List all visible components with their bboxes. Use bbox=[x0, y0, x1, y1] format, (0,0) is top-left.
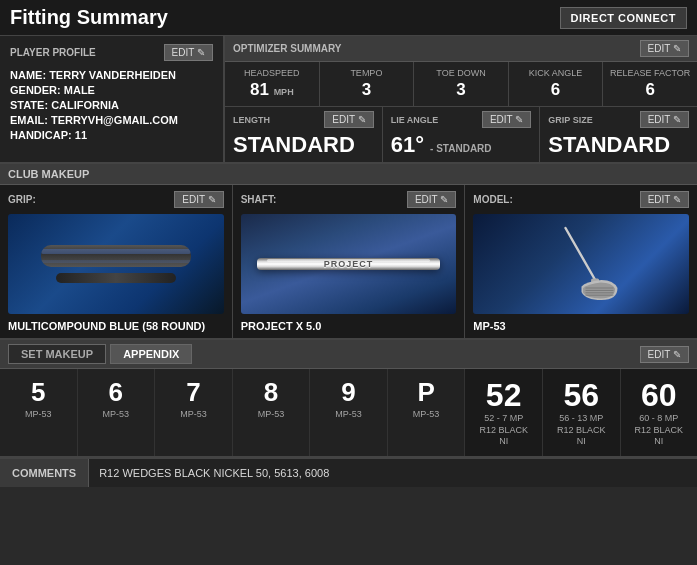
lie-angle-value: 61° - STANDARD bbox=[391, 132, 532, 158]
opt-grip-size-header: GRIP SIZE EDIT ✎ bbox=[548, 111, 689, 128]
iron-number: P bbox=[392, 379, 461, 405]
optimizer-row2: LENGTH EDIT ✎ STANDARD LIE ANGLE EDIT ✎ … bbox=[225, 107, 697, 162]
iron-model: MP-53 bbox=[4, 409, 73, 419]
page-title: Fitting Summary bbox=[10, 6, 168, 29]
iron-number: 52 bbox=[469, 379, 538, 411]
optimizer-header: OPTIMIZER SUMMARY EDIT ✎ bbox=[225, 36, 697, 62]
set-makeup-section: SET MAKEUP APPENDIX EDIT ✎ 5MP-536MP-537… bbox=[0, 340, 697, 458]
player-profile-header: PLAYER PROFILE EDIT ✎ bbox=[10, 44, 213, 61]
iron-model: MP-53 bbox=[159, 409, 228, 419]
grip-size-value: STANDARD bbox=[548, 132, 689, 158]
stat-toe-down: TOE DOWN 3 bbox=[414, 62, 509, 106]
optimizer-stats-row: HEADSPEED 81 MPH TEMPO 3 TOE DOWN 3 KICK… bbox=[225, 62, 697, 107]
optimizer-edit-button[interactable]: EDIT ✎ bbox=[640, 40, 689, 57]
top-row: PLAYER PROFILE EDIT ✎ NAME: TERRY VANDER… bbox=[0, 36, 697, 164]
stat-headspeed: HEADSPEED 81 MPH bbox=[225, 62, 320, 106]
optimizer-label: OPTIMIZER SUMMARY bbox=[233, 43, 342, 54]
iron-number: 5 bbox=[4, 379, 73, 405]
set-tabs: SET MAKEUP APPENDIX bbox=[8, 344, 192, 364]
set-makeup-header: SET MAKEUP APPENDIX EDIT ✎ bbox=[0, 340, 697, 369]
iron-model: MP-53 bbox=[82, 409, 151, 419]
iron-model: MP-53 bbox=[392, 409, 461, 419]
iron-model: 60 - 8 MPR12 BLACKNI bbox=[625, 413, 694, 448]
shaft-cell-header: SHAFT: EDIT ✎ bbox=[241, 191, 457, 208]
comments-label: COMMENTS bbox=[0, 459, 89, 487]
iron-number: 56 bbox=[547, 379, 616, 411]
model-name: MP-53 bbox=[473, 320, 689, 332]
grip-cell: GRIP: EDIT ✎ MULTICOMPOUND BLUE (58 ROUN… bbox=[0, 185, 233, 338]
iron-svg bbox=[506, 224, 657, 304]
stat-release-factor: RELEASE FACTOR 6 bbox=[603, 62, 697, 106]
shaft-edit-button[interactable]: EDIT ✎ bbox=[407, 191, 456, 208]
svg-line-0 bbox=[565, 228, 597, 284]
stat-kick-angle: KICK ANGLE 6 bbox=[509, 62, 604, 106]
direct-connect-button[interactable]: DIRECT CONNECT bbox=[560, 7, 687, 29]
grip-cell-header: GRIP: EDIT ✎ bbox=[8, 191, 224, 208]
shaft-name: PROJECT X 5.0 bbox=[241, 320, 457, 332]
player-edit-button[interactable]: EDIT ✎ bbox=[164, 44, 213, 61]
grip-size-edit-button[interactable]: EDIT ✎ bbox=[640, 111, 689, 128]
model-cell-header: MODEL: EDIT ✎ bbox=[473, 191, 689, 208]
player-profile-label: PLAYER PROFILE bbox=[10, 47, 96, 58]
length-value: STANDARD bbox=[233, 132, 374, 158]
club-makeup-bar: CLUB MAKEUP bbox=[0, 164, 697, 185]
iron-cell: 6MP-53 bbox=[78, 369, 156, 456]
opt-lie-angle-header: LIE ANGLE EDIT ✎ bbox=[391, 111, 532, 128]
iron-model: 52 - 7 MPR12 BLACKNI bbox=[469, 413, 538, 448]
iron-cell: 5252 - 7 MPR12 BLACKNI bbox=[465, 369, 543, 456]
iron-number: 8 bbox=[237, 379, 306, 405]
iron-cell: 7MP-53 bbox=[155, 369, 233, 456]
header: Fitting Summary DIRECT CONNECT bbox=[0, 0, 697, 36]
player-name: NAME: TERRY VANDERHEIDEN bbox=[10, 69, 213, 81]
iron-number: 9 bbox=[314, 379, 383, 405]
set-makeup-edit-button[interactable]: EDIT ✎ bbox=[640, 346, 689, 363]
iron-cell: 6060 - 8 MPR12 BLACKNI bbox=[621, 369, 698, 456]
model-edit-button[interactable]: EDIT ✎ bbox=[640, 191, 689, 208]
opt-length: LENGTH EDIT ✎ STANDARD bbox=[225, 107, 383, 162]
club-grid: GRIP: EDIT ✎ MULTICOMPOUND BLUE (58 ROUN… bbox=[0, 185, 697, 338]
grip-edit-button[interactable]: EDIT ✎ bbox=[174, 191, 223, 208]
player-email: EMAIL: TERRYVH@GMAIL.COM bbox=[10, 114, 213, 126]
player-profile-section: PLAYER PROFILE EDIT ✎ NAME: TERRY VANDER… bbox=[0, 36, 225, 162]
iron-cell: 8MP-53 bbox=[233, 369, 311, 456]
iron-number: 7 bbox=[159, 379, 228, 405]
opt-lie-angle: LIE ANGLE EDIT ✎ 61° - STANDARD bbox=[383, 107, 541, 162]
grip-image bbox=[8, 214, 224, 314]
iron-cell: 5MP-53 bbox=[0, 369, 78, 456]
iron-cell: PMP-53 bbox=[388, 369, 466, 456]
club-makeup-section: CLUB MAKEUP GRIP: EDIT ✎ MULTICOMPOUND B… bbox=[0, 164, 697, 340]
club-makeup-label: CLUB MAKEUP bbox=[8, 168, 89, 180]
iron-cell: 5656 - 13 MPR12 BLACKNI bbox=[543, 369, 621, 456]
iron-model: MP-53 bbox=[314, 409, 383, 419]
comments-bar: COMMENTS R12 WEDGES BLACK NICKEL 50, 561… bbox=[0, 458, 697, 487]
iron-model: MP-53 bbox=[237, 409, 306, 419]
opt-length-header: LENGTH EDIT ✎ bbox=[233, 111, 374, 128]
optimizer-summary-section: OPTIMIZER SUMMARY EDIT ✎ HEADSPEED 81 MP… bbox=[225, 36, 697, 162]
shaft-cell: SHAFT: EDIT ✎ PROJECT PROJECT X 5.0 bbox=[233, 185, 466, 338]
set-irons-row: 5MP-536MP-537MP-538MP-539MP-53PMP-535252… bbox=[0, 369, 697, 456]
model-cell: MODEL: EDIT ✎ bbox=[465, 185, 697, 338]
player-handicap: HANDICAP: 11 bbox=[10, 129, 213, 141]
stat-tempo: TEMPO 3 bbox=[320, 62, 415, 106]
tab-set-makeup[interactable]: SET MAKEUP bbox=[8, 344, 106, 364]
comments-text: R12 WEDGES BLACK NICKEL 50, 5613, 6008 bbox=[89, 459, 339, 487]
tab-appendix[interactable]: APPENDIX bbox=[110, 344, 192, 364]
model-image bbox=[473, 214, 689, 314]
iron-number: 60 bbox=[625, 379, 694, 411]
player-state: STATE: CALIFORNIA bbox=[10, 99, 213, 111]
iron-cell: 9MP-53 bbox=[310, 369, 388, 456]
iron-number: 6 bbox=[82, 379, 151, 405]
player-data: NAME: TERRY VANDERHEIDEN GENDER: MALE ST… bbox=[10, 69, 213, 141]
lie-angle-edit-button[interactable]: EDIT ✎ bbox=[482, 111, 531, 128]
grip-name: MULTICOMPOUND BLUE (58 ROUND) bbox=[8, 320, 224, 332]
opt-grip-size: GRIP SIZE EDIT ✎ STANDARD bbox=[540, 107, 697, 162]
length-edit-button[interactable]: EDIT ✎ bbox=[324, 111, 373, 128]
player-gender: GENDER: MALE bbox=[10, 84, 213, 96]
shaft-image: PROJECT bbox=[241, 214, 457, 314]
iron-model: 56 - 13 MPR12 BLACKNI bbox=[547, 413, 616, 448]
